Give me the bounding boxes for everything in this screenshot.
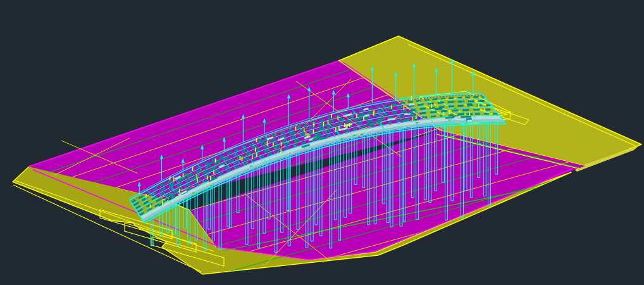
deck-dash xyxy=(407,112,413,113)
deck-dash xyxy=(409,104,414,104)
deck-dash xyxy=(364,109,369,110)
deck-tick-green xyxy=(334,118,337,118)
deck-tick-green xyxy=(168,198,170,199)
deck-tick-green xyxy=(415,111,418,111)
deck-tick-green xyxy=(361,134,363,135)
deck-tick-green xyxy=(461,113,464,113)
deck-tick-green xyxy=(305,135,307,136)
deck-tick-green xyxy=(407,120,410,120)
deck-dash xyxy=(388,118,395,120)
deck-tick-green xyxy=(190,179,193,180)
deck-tick-green xyxy=(353,135,356,136)
deck-tick-green xyxy=(210,186,213,186)
deck-tick-green xyxy=(416,122,418,123)
deck-tick-green xyxy=(268,150,270,151)
deck-tick-green xyxy=(314,137,316,137)
deck-tick-green xyxy=(250,166,252,167)
deck-tick-green xyxy=(192,193,195,193)
cad-viewport[interactable] xyxy=(0,0,644,285)
deck-tick-green xyxy=(187,174,189,174)
deck-dash xyxy=(445,117,454,118)
deck-tick-green xyxy=(412,120,415,120)
deck-tick-green xyxy=(381,117,383,118)
cad-application-window xyxy=(0,0,644,285)
deck-tick-green xyxy=(400,118,402,119)
deck-tick-green xyxy=(454,101,457,101)
deck-tick-green xyxy=(274,135,276,136)
deck-tick-green xyxy=(245,163,248,163)
deck-tick-green xyxy=(274,148,276,149)
deck-dash xyxy=(435,109,443,110)
deck-dash xyxy=(364,115,369,117)
deck-dash xyxy=(404,114,411,115)
deck-tick-green xyxy=(306,128,308,129)
deck-tick-green xyxy=(295,142,298,142)
deck-tick-green xyxy=(449,120,451,120)
deck-tick-green xyxy=(389,105,392,106)
deck-dash xyxy=(366,124,373,125)
deck-dash xyxy=(339,119,345,120)
deck-tick-green xyxy=(454,108,456,109)
deck-tick-green xyxy=(340,139,343,139)
deck-tick-green xyxy=(440,101,443,102)
